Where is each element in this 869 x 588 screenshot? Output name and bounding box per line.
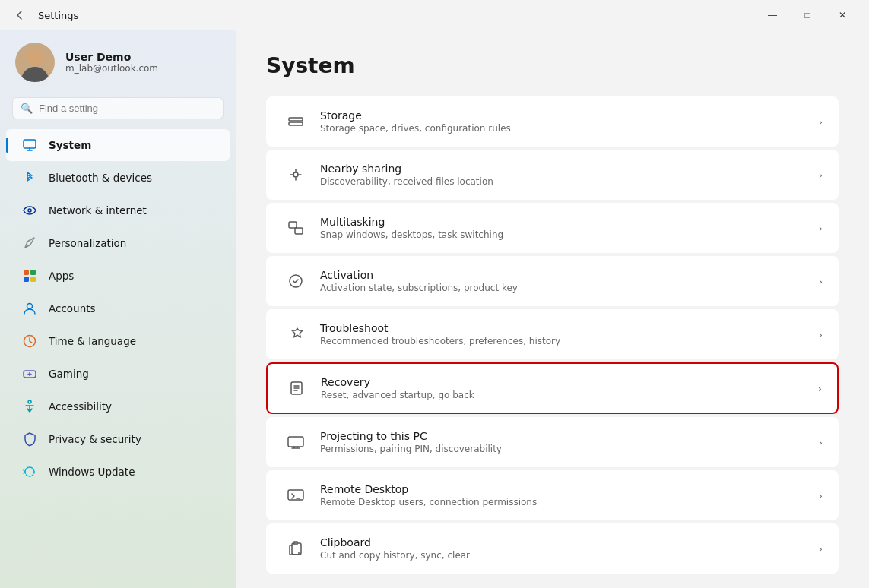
svg-rect-18 bbox=[288, 490, 303, 500]
accounts-icon bbox=[21, 300, 38, 317]
clipboard-title: Clipboard bbox=[320, 536, 811, 548]
page-title: System bbox=[266, 53, 839, 78]
sidebar-label-bluetooth: Bluetooth & devices bbox=[49, 172, 152, 184]
sidebar-item-gaming[interactable]: Gaming bbox=[6, 358, 230, 390]
sidebar-item-windows-update[interactable]: Windows Update bbox=[6, 456, 230, 488]
svg-rect-0 bbox=[24, 140, 36, 148]
clipboard-text: Clipboard Cut and copy history, sync, cl… bbox=[320, 536, 811, 561]
sidebar-item-bluetooth[interactable]: Bluetooth & devices bbox=[6, 162, 230, 194]
svg-rect-11 bbox=[289, 122, 303, 125]
storage-desc: Storage space, drives, configuration rul… bbox=[320, 123, 811, 134]
sidebar-item-system[interactable]: System bbox=[6, 129, 230, 161]
sidebar-item-personalization[interactable]: Personalization bbox=[6, 227, 230, 259]
remote-desktop-icon bbox=[282, 482, 309, 509]
sidebar-label-gaming: Gaming bbox=[49, 368, 89, 380]
bluetooth-icon bbox=[21, 169, 38, 186]
svg-rect-2 bbox=[24, 270, 29, 275]
sidebar-item-accessibility[interactable]: Accessibility bbox=[6, 390, 230, 422]
settings-item-projecting[interactable]: Projecting to this PC Permissions, pairi… bbox=[266, 417, 839, 467]
sidebar-item-accounts[interactable]: Accounts bbox=[6, 292, 230, 324]
settings-item-remote-desktop[interactable]: Remote Desktop Remote Desktop users, con… bbox=[266, 470, 839, 520]
user-info: User Demo m_lab@outlook.com bbox=[65, 51, 158, 74]
svg-rect-17 bbox=[288, 437, 303, 447]
multitasking-arrow: › bbox=[819, 223, 823, 234]
sidebar-item-network[interactable]: Network & internet bbox=[6, 194, 230, 226]
activation-desc: Activation state, subscriptions, product… bbox=[320, 283, 811, 293]
recovery-icon bbox=[283, 375, 310, 402]
troubleshoot-text: Troubleshoot Recommended troubleshooters… bbox=[320, 322, 811, 346]
personalization-icon bbox=[21, 235, 38, 251]
recovery-desc: Reset, advanced startup, go back bbox=[321, 390, 810, 400]
sidebar-item-time[interactable]: Time & language bbox=[6, 325, 230, 357]
svg-point-9 bbox=[28, 400, 31, 403]
settings-item-activation[interactable]: Activation Activation state, subscriptio… bbox=[266, 256, 839, 306]
activation-title: Activation bbox=[320, 269, 811, 281]
search-input[interactable] bbox=[39, 103, 215, 114]
sidebar-item-privacy[interactable]: Privacy & security bbox=[6, 423, 230, 455]
remote-desktop-text: Remote Desktop Remote Desktop users, con… bbox=[320, 483, 811, 507]
multitasking-title: Multitasking bbox=[320, 216, 811, 228]
user-profile[interactable]: User Demo m_lab@outlook.com bbox=[0, 30, 236, 97]
search-icon: 🔍 bbox=[21, 103, 33, 114]
activation-arrow: › bbox=[819, 276, 823, 287]
back-button[interactable] bbox=[9, 5, 30, 26]
recovery-title: Recovery bbox=[321, 376, 810, 388]
remote-desktop-desc: Remote Desktop users, connection permiss… bbox=[320, 497, 811, 507]
maximize-button[interactable]: □ bbox=[790, 3, 825, 27]
storage-title: Storage bbox=[320, 109, 811, 122]
privacy-icon bbox=[21, 431, 38, 447]
clipboard-icon bbox=[282, 535, 309, 562]
sidebar-label-personalization: Personalization bbox=[49, 237, 126, 249]
projecting-desc: Permissions, pairing PIN, discoverabilit… bbox=[320, 444, 811, 454]
nearby-sharing-text: Nearby sharing Discoverability, received… bbox=[320, 163, 811, 187]
settings-item-multitasking[interactable]: Multitasking Snap windows, desktops, tas… bbox=[266, 203, 839, 253]
sidebar-label-windows-update: Windows Update bbox=[49, 466, 135, 478]
troubleshoot-icon bbox=[282, 321, 309, 348]
accessibility-icon bbox=[21, 398, 38, 415]
settings-item-clipboard[interactable]: Clipboard Cut and copy history, sync, cl… bbox=[266, 523, 839, 574]
search-box[interactable]: 🔍 bbox=[12, 97, 224, 119]
sidebar-label-network: Network & internet bbox=[49, 204, 147, 217]
activation-icon bbox=[282, 267, 309, 295]
svg-point-1 bbox=[28, 209, 31, 212]
user-email: m_lab@outlook.com bbox=[65, 63, 158, 74]
settings-list: Storage Storage space, drives, configura… bbox=[266, 96, 839, 574]
titlebar: Settings — □ ✕ bbox=[0, 0, 869, 30]
projecting-arrow: › bbox=[819, 437, 823, 448]
multitasking-icon bbox=[282, 214, 309, 242]
sidebar-label-accessibility: Accessibility bbox=[49, 400, 112, 413]
storage-arrow: › bbox=[819, 116, 823, 128]
system-icon bbox=[21, 137, 38, 153]
sidebar-nav: System Bluetooth & devices bbox=[0, 128, 236, 488]
activation-text: Activation Activation state, subscriptio… bbox=[320, 269, 811, 293]
svg-point-6 bbox=[27, 304, 33, 309]
minimize-button[interactable]: — bbox=[755, 3, 790, 27]
svg-rect-13 bbox=[289, 222, 297, 228]
window-controls: — □ ✕ bbox=[755, 3, 860, 27]
clipboard-desc: Cut and copy history, sync, clear bbox=[320, 550, 811, 561]
content-area: User Demo m_lab@outlook.com 🔍 bbox=[0, 30, 869, 588]
projecting-text: Projecting to this PC Permissions, pairi… bbox=[320, 430, 811, 454]
clipboard-arrow: › bbox=[819, 543, 823, 555]
settings-item-troubleshoot[interactable]: Troubleshoot Recommended troubleshooters… bbox=[266, 309, 839, 359]
projecting-title: Projecting to this PC bbox=[320, 430, 811, 442]
settings-item-recovery[interactable]: Recovery Reset, advanced startup, go bac… bbox=[266, 362, 839, 414]
settings-item-nearby-sharing[interactable]: Nearby sharing Discoverability, received… bbox=[266, 150, 839, 200]
remote-desktop-title: Remote Desktop bbox=[320, 483, 811, 495]
close-button[interactable]: ✕ bbox=[825, 3, 860, 27]
gaming-icon bbox=[21, 365, 38, 382]
sidebar-label-privacy: Privacy & security bbox=[49, 433, 141, 445]
svg-rect-14 bbox=[295, 228, 303, 234]
multitasking-text: Multitasking Snap windows, desktops, tas… bbox=[320, 216, 811, 240]
settings-item-storage[interactable]: Storage Storage space, drives, configura… bbox=[266, 96, 839, 147]
sidebar-label-system: System bbox=[49, 139, 91, 151]
remote-desktop-arrow: › bbox=[819, 490, 823, 501]
windows-update-icon bbox=[21, 463, 38, 480]
sidebar-item-apps[interactable]: Apps bbox=[6, 260, 230, 292]
network-icon bbox=[21, 202, 38, 219]
main-content: System Storage Storage space, drives, co… bbox=[236, 30, 869, 588]
time-icon bbox=[21, 333, 38, 349]
avatar bbox=[15, 43, 55, 82]
nearby-sharing-icon bbox=[282, 161, 309, 188]
recovery-arrow: › bbox=[818, 383, 822, 394]
